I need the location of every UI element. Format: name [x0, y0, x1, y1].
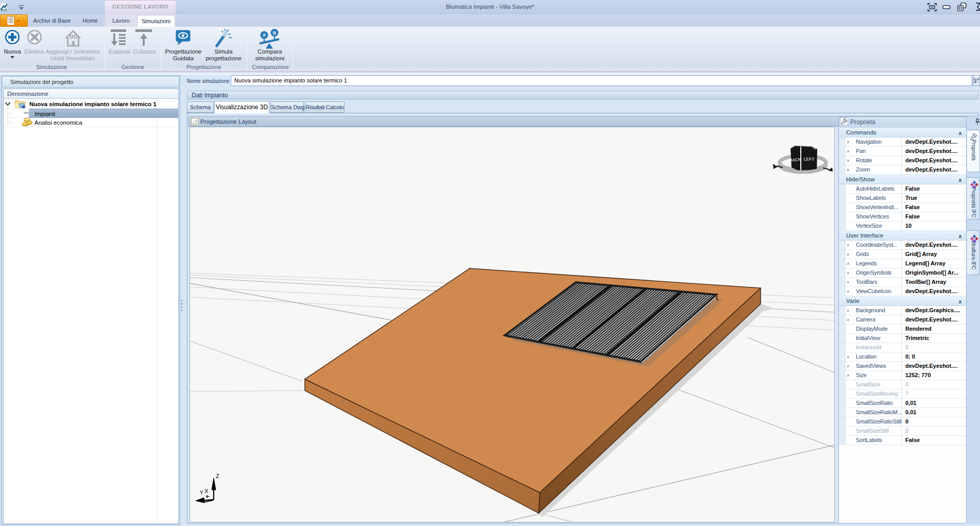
svg-text:LEFT: LEFT [804, 156, 815, 162]
svg-text:X: X [204, 488, 209, 494]
svg-text:BACK: BACK [789, 157, 801, 163]
svg-text:B: B [273, 30, 276, 36]
svg-text:A: A [263, 32, 266, 38]
svg-text:Y: Y [200, 490, 203, 496]
svg-text:Z: Z [216, 473, 219, 479]
